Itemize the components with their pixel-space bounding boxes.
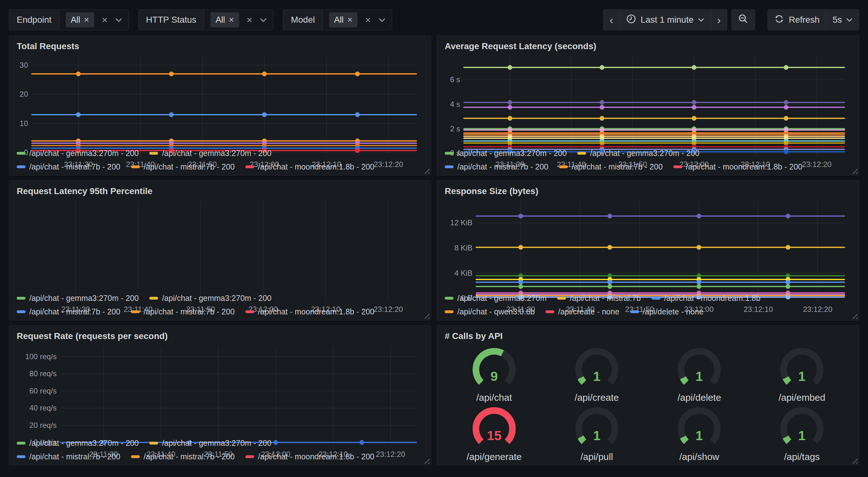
timeseries-chart[interactable]: 23:11:3023:11:4023:11:5023:12:0023:12:10…	[15, 197, 425, 287]
gauge-value: 1	[696, 369, 703, 384]
chart-legend: /api/chat - gemma3:270m - 200/api/chat -…	[15, 432, 425, 461]
time-controls: ‹ Last 1 minute ›	[603, 9, 859, 30]
legend-item[interactable]: /api/chat - moondream:1.8b - 200	[245, 162, 374, 171]
legend-item[interactable]: /api/chat - moondream:1.8b	[652, 294, 761, 303]
refresh-icon	[774, 14, 784, 26]
refresh-button[interactable]: Refresh	[768, 9, 826, 30]
zoom-out-time-button[interactable]	[732, 9, 755, 30]
chevron-down-icon[interactable]	[260, 18, 267, 22]
filter-http-status-tag[interactable]: All×	[210, 12, 239, 27]
series-color-pill	[445, 297, 454, 300]
legend-item[interactable]: /api/chat - moondream:1.8b - 200	[245, 452, 374, 461]
filter-endpoint-value[interactable]: All× ×	[60, 10, 128, 30]
legend-item-label: /api/chat - moondream:1.8b	[664, 294, 761, 303]
svg-text:80 req/s: 80 req/s	[29, 369, 57, 378]
panel-total-requests: Total Requests 23:11:3023:11:4023:11:502…	[9, 35, 431, 176]
remove-tag-icon[interactable]: ×	[84, 15, 89, 25]
filter-model-tag-text: All	[334, 15, 344, 25]
series-color-pill	[131, 310, 140, 313]
gauge-arc: 9	[464, 344, 524, 392]
time-shift-forward-button[interactable]: ›	[711, 9, 727, 30]
panel-title[interactable]: Total Requests	[15, 40, 425, 52]
legend-item[interactable]: /api/chat - mistral:7b - 200	[131, 162, 235, 171]
chart-legend: /api/chat - gemma3:270m - 200/api/chat -…	[15, 287, 425, 316]
legend-item[interactable]: /api/chat - moondream:1.8b - 200	[245, 307, 374, 316]
gauge-label: /api/show	[679, 451, 719, 462]
legend-item[interactable]: /api/chat - qwen3:0.6b	[445, 307, 535, 316]
legend-item[interactable]: /api/chat - mistral:7b - 200	[17, 452, 120, 461]
clear-filter-icon[interactable]: ×	[100, 14, 109, 26]
legend-item[interactable]: /api/chat - mistral:7b - 200	[17, 307, 120, 316]
timeseries-chart[interactable]: 23:11:3023:11:4023:11:5023:12:0023:12:10…	[443, 52, 853, 142]
series-color-pill	[673, 166, 682, 168]
legend-item[interactable]: /api/chat - gemma3:270m	[445, 294, 547, 303]
gauge-arc: 1	[772, 403, 832, 451]
legend-item[interactable]: /api/chat - gemma3:270m - 200	[577, 149, 699, 158]
series-color-pill	[546, 310, 554, 313]
refresh-interval-button[interactable]: 5s	[826, 9, 859, 30]
filter-endpoint-tag[interactable]: All×	[66, 12, 94, 27]
clear-filter-icon[interactable]: ×	[245, 14, 254, 26]
dashboard-grid: Total Requests 23:11:3023:11:4023:11:502…	[9, 35, 859, 465]
panel-title[interactable]: Response Size (bytes)	[443, 185, 853, 197]
series-color-pill	[245, 166, 254, 168]
legend-row: /api/chat - mistral:7b - 200/api/chat - …	[17, 307, 425, 316]
chevron-down-icon[interactable]	[115, 18, 122, 22]
series-color-pill	[557, 297, 566, 300]
legend-item[interactable]: /api/chat - gemma3:270m - 200	[149, 294, 271, 303]
legend-item[interactable]: /api/chat - mistral:7b - 200	[17, 162, 120, 171]
chevron-down-icon[interactable]	[378, 18, 385, 22]
legend-item-label: /api/chat - mistral:7b - 200	[29, 452, 120, 461]
series-color-pill	[577, 152, 586, 155]
legend-item[interactable]: /api/delete - none	[630, 307, 704, 316]
legend-item[interactable]: /api/chat - gemma3:270m - 200	[445, 149, 567, 158]
timeseries-chart[interactable]: 23:11:3023:11:4023:11:5023:12:0023:12:10…	[15, 342, 425, 432]
legend-item[interactable]: /api/chat - gemma3:270m - 200	[17, 149, 138, 158]
time-shift-back-button[interactable]: ‹	[603, 9, 620, 30]
panel-title[interactable]: Average Request Latency (seconds)	[443, 40, 853, 52]
filter-http-status-value[interactable]: All× ×	[204, 10, 273, 30]
legend-item[interactable]: /api/chat - mistral:7b - 200	[131, 307, 235, 316]
legend-item[interactable]: /api/chat - gemma3:270m - 200	[149, 149, 271, 158]
filter-http-status: HTTP Status All× ×	[138, 9, 274, 30]
legend-item[interactable]: /api/chat - moondream:1.8b - 200	[673, 162, 803, 171]
series-color-pill	[445, 310, 454, 313]
svg-text:20: 20	[20, 90, 28, 98]
clear-filter-icon[interactable]: ×	[364, 14, 372, 26]
gauge-arc: 1	[669, 403, 729, 451]
svg-text:8 KiB: 8 KiB	[455, 243, 472, 252]
legend-item-label: /api/chat - gemma3:270m - 200	[162, 149, 271, 158]
remove-tag-icon[interactable]: ×	[229, 15, 234, 25]
time-range-picker-button[interactable]: Last 1 minute	[620, 9, 711, 30]
gauge-api-tags: 1/api/tags	[772, 403, 832, 462]
gauge-api-generate: 15/api/generate	[464, 403, 524, 462]
gauge-value: 9	[490, 369, 498, 384]
legend-item[interactable]: /api/chat - mistral:7b - 200	[559, 162, 663, 171]
gauge-value: 1	[593, 369, 600, 384]
panel-title[interactable]: Request Rate (requests per second)	[15, 330, 425, 342]
legend-item-label: /api/chat - moondream:1.8b - 200	[258, 307, 374, 316]
legend-item[interactable]: /api/chat - gemma3:270m - 200	[17, 439, 138, 448]
legend-item[interactable]: /api/chat - mistral:7b - 200	[131, 452, 235, 461]
gauge-api-chat: 9/api/chat	[464, 344, 524, 403]
gauge-api-delete: 1/api/delete	[669, 344, 729, 403]
panel-title[interactable]: Request Latency 95th Percentile	[15, 185, 425, 197]
series-color-pill	[559, 166, 568, 168]
timeseries-chart[interactable]: 23:11:3023:11:4023:11:5023:12:0023:12:10…	[15, 52, 425, 142]
filter-model-label: Model	[283, 10, 322, 30]
timeseries-chart[interactable]: 23:11:3023:11:4023:11:5023:12:0023:12:10…	[443, 197, 853, 287]
gauge-label: /api/delete	[678, 392, 721, 403]
legend-item[interactable]: /api/chat - mistral:7b	[557, 294, 641, 303]
legend-item-label: /api/chat - mistral:7b - 200	[144, 162, 235, 171]
series-color-pill	[149, 297, 158, 300]
series-color-pill	[245, 310, 254, 313]
legend-item[interactable]: /api/chat - gemma3:270m - 200	[149, 439, 271, 448]
legend-item-label: /api/chat - gemma3:270m - 200	[457, 149, 567, 158]
legend-item[interactable]: /api/chat - mistral:7b - 200	[445, 162, 548, 171]
remove-tag-icon[interactable]: ×	[347, 15, 352, 25]
panel-title[interactable]: # Calls by API	[443, 330, 853, 342]
legend-item[interactable]: /api/chat - gemma3:270m - 200	[17, 294, 138, 303]
legend-item[interactable]: /api/create - none	[546, 307, 620, 316]
filter-model-tag[interactable]: All×	[329, 12, 358, 27]
filter-model-value[interactable]: All× ×	[323, 10, 392, 30]
